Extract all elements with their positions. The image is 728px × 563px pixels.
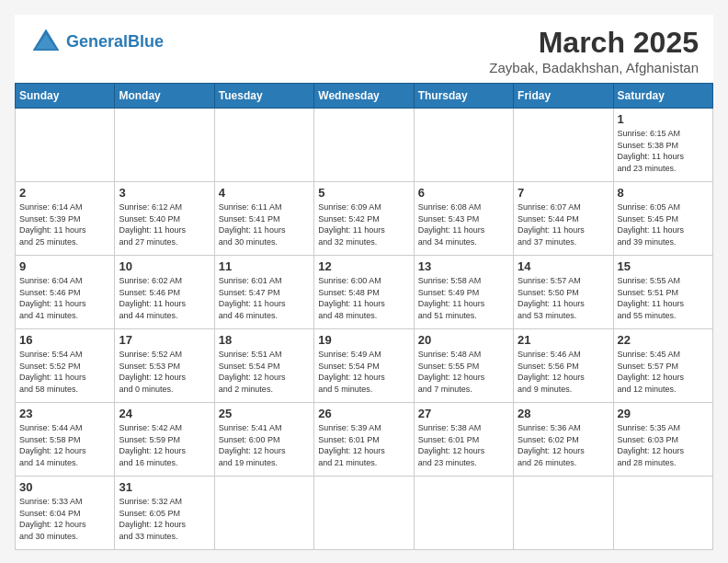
day-number: 23 [19,407,110,420]
calendar-cell: 24Sunrise: 5:42 AMSunset: 5:59 PMDayligh… [115,403,214,477]
calendar-cell: 31Sunrise: 5:32 AMSunset: 6:05 PMDayligh… [115,477,214,550]
logo-icon [29,26,63,59]
day-info: Sunrise: 5:54 AMSunset: 5:52 PMDaylight:… [19,349,110,395]
calendar-week-row: 23Sunrise: 5:44 AMSunset: 5:58 PMDayligh… [16,403,713,477]
day-info: Sunrise: 5:33 AMSunset: 6:04 PMDaylight:… [19,496,110,542]
day-number: 22 [618,333,709,347]
day-info: Sunrise: 5:32 AMSunset: 6:05 PMDaylight:… [119,496,210,542]
calendar-cell: 22Sunrise: 5:45 AMSunset: 5:57 PMDayligh… [613,329,712,403]
day-info: Sunrise: 5:41 AMSunset: 6:00 PMDaylight:… [219,422,310,468]
weekday-header-sunday: Sunday [16,84,115,109]
day-number: 3 [119,186,210,200]
day-number: 29 [618,407,709,420]
calendar-cell [314,109,414,182]
weekday-header-saturday: Saturday [613,84,712,109]
calendar-cell: 25Sunrise: 5:41 AMSunset: 6:00 PMDayligh… [214,403,313,477]
weekday-header-thursday: Thursday [414,84,513,109]
calendar-cell [314,477,414,550]
calendar-cell: 10Sunrise: 6:02 AMSunset: 5:46 PMDayligh… [115,256,214,329]
calendar-cell: 6Sunrise: 6:08 AMSunset: 5:43 PMDaylight… [414,182,513,256]
calendar-cell: 11Sunrise: 6:01 AMSunset: 5:47 PMDayligh… [214,256,313,329]
day-number: 6 [418,186,509,200]
calendar-page: GeneralBlue March 2025 Zaybak, Badakhsha… [15,15,713,550]
logo-general: General [66,32,128,51]
calendar-cell: 13Sunrise: 5:58 AMSunset: 5:49 PMDayligh… [414,256,513,329]
calendar-cell: 20Sunrise: 5:48 AMSunset: 5:55 PMDayligh… [414,329,513,403]
day-info: Sunrise: 5:36 AMSunset: 6:02 PMDaylight:… [518,422,609,468]
day-info: Sunrise: 5:38 AMSunset: 6:01 PMDaylight:… [418,422,509,468]
calendar-week-row: 16Sunrise: 5:54 AMSunset: 5:52 PMDayligh… [16,329,713,403]
calendar-cell [214,109,313,182]
calendar-cell: 1Sunrise: 6:15 AMSunset: 5:38 PMDaylight… [613,109,712,182]
logo: GeneralBlue [29,26,164,59]
calendar-week-row: 1Sunrise: 6:15 AMSunset: 5:38 PMDaylight… [16,109,713,182]
day-number: 12 [318,259,409,273]
day-info: Sunrise: 6:09 AMSunset: 5:42 PMDaylight:… [318,201,409,247]
day-info: Sunrise: 5:45 AMSunset: 5:57 PMDaylight:… [618,349,709,395]
day-info: Sunrise: 6:08 AMSunset: 5:43 PMDaylight:… [418,201,509,247]
calendar-cell: 23Sunrise: 5:44 AMSunset: 5:58 PMDayligh… [16,403,115,477]
calendar-cell [414,109,513,182]
day-number: 26 [318,407,409,420]
day-number: 14 [518,259,609,273]
day-number: 24 [119,407,210,420]
day-info: Sunrise: 5:46 AMSunset: 5:56 PMDaylight:… [518,349,609,395]
day-info: Sunrise: 5:42 AMSunset: 5:59 PMDaylight:… [119,422,210,468]
weekday-header-friday: Friday [514,84,613,109]
day-info: Sunrise: 5:57 AMSunset: 5:50 PMDaylight:… [518,275,609,321]
day-info: Sunrise: 5:48 AMSunset: 5:55 PMDaylight:… [418,349,509,395]
day-number: 5 [318,186,409,200]
day-number: 7 [518,186,609,200]
calendar-cell [613,477,712,550]
header: GeneralBlue March 2025 Zaybak, Badakhsha… [15,15,713,83]
calendar-cell [514,477,613,550]
calendar-cell [514,109,613,182]
calendar-cell [414,477,513,550]
logo-text: GeneralBlue [66,33,164,52]
day-info: Sunrise: 5:39 AMSunset: 6:01 PMDaylight:… [318,422,409,468]
day-number: 31 [119,480,210,494]
day-number: 28 [518,407,609,420]
day-info: Sunrise: 6:15 AMSunset: 5:38 PMDaylight:… [618,128,709,174]
calendar-cell: 26Sunrise: 5:39 AMSunset: 6:01 PMDayligh… [314,403,414,477]
day-info: Sunrise: 5:55 AMSunset: 5:51 PMDaylight:… [618,275,709,321]
calendar-cell: 16Sunrise: 5:54 AMSunset: 5:52 PMDayligh… [16,329,115,403]
calendar-week-row: 2Sunrise: 6:14 AMSunset: 5:39 PMDaylight… [16,182,713,256]
day-info: Sunrise: 5:51 AMSunset: 5:54 PMDaylight:… [219,349,310,395]
day-info: Sunrise: 5:49 AMSunset: 5:54 PMDaylight:… [318,349,409,395]
calendar-cell: 18Sunrise: 5:51 AMSunset: 5:54 PMDayligh… [214,329,313,403]
logo-blue: Blue [128,32,164,51]
day-info: Sunrise: 6:05 AMSunset: 5:45 PMDaylight:… [618,201,709,247]
calendar-cell: 14Sunrise: 5:57 AMSunset: 5:50 PMDayligh… [514,256,613,329]
day-number: 13 [418,259,509,273]
day-number: 17 [119,333,210,347]
day-info: Sunrise: 5:52 AMSunset: 5:53 PMDaylight:… [119,349,210,395]
calendar-cell: 19Sunrise: 5:49 AMSunset: 5:54 PMDayligh… [314,329,414,403]
weekday-header-monday: Monday [115,84,214,109]
day-number: 20 [418,333,509,347]
day-number: 10 [119,259,210,273]
day-number: 1 [618,112,709,126]
day-info: Sunrise: 5:58 AMSunset: 5:49 PMDaylight:… [418,275,509,321]
calendar-cell: 30Sunrise: 5:33 AMSunset: 6:04 PMDayligh… [16,477,115,550]
calendar-cell: 12Sunrise: 6:00 AMSunset: 5:48 PMDayligh… [314,256,414,329]
calendar-cell: 3Sunrise: 6:12 AMSunset: 5:40 PMDaylight… [115,182,214,256]
calendar-cell: 4Sunrise: 6:11 AMSunset: 5:41 PMDaylight… [214,182,313,256]
calendar-cell: 9Sunrise: 6:04 AMSunset: 5:46 PMDaylight… [16,256,115,329]
day-info: Sunrise: 6:11 AMSunset: 5:41 PMDaylight:… [219,201,310,247]
calendar-cell: 28Sunrise: 5:36 AMSunset: 6:02 PMDayligh… [514,403,613,477]
weekday-header-wednesday: Wednesday [314,84,414,109]
day-number: 18 [219,333,310,347]
location-subtitle: Zaybak, Badakhshan, Afghanistan [489,60,699,75]
day-number: 25 [219,407,310,420]
calendar-cell: 29Sunrise: 5:35 AMSunset: 6:03 PMDayligh… [613,403,712,477]
calendar-cell [214,477,313,550]
day-info: Sunrise: 6:00 AMSunset: 5:48 PMDaylight:… [318,275,409,321]
day-number: 11 [219,259,310,273]
calendar-week-row: 30Sunrise: 5:33 AMSunset: 6:04 PMDayligh… [16,477,713,550]
calendar-cell: 27Sunrise: 5:38 AMSunset: 6:01 PMDayligh… [414,403,513,477]
weekday-header-tuesday: Tuesday [214,84,313,109]
calendar-cell [115,109,214,182]
day-info: Sunrise: 6:04 AMSunset: 5:46 PMDaylight:… [19,275,110,321]
day-info: Sunrise: 5:35 AMSunset: 6:03 PMDaylight:… [618,422,709,468]
